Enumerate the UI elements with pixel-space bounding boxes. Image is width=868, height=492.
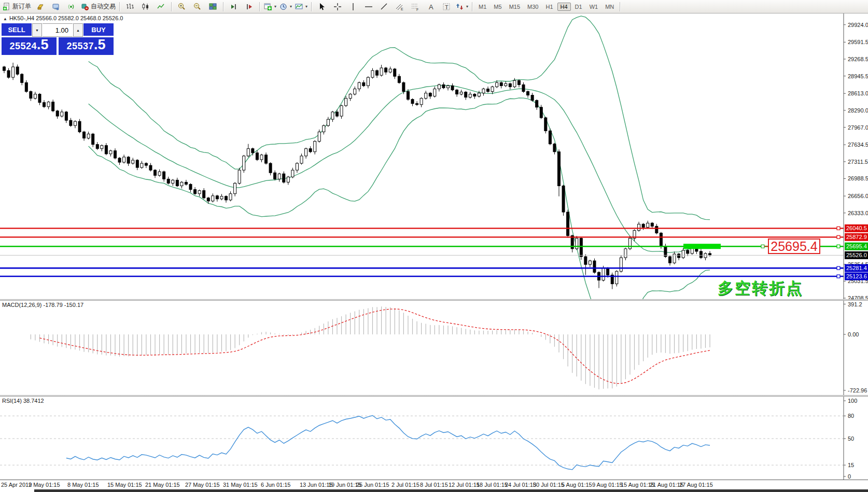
zoom-in-button[interactable] <box>174 1 190 12</box>
price-chart-pane[interactable]: 29924.029591.529268.528945.528613.028290… <box>0 13 868 299</box>
time-axis-label: 21 Aug 01:15 <box>650 482 683 488</box>
svg-text:80: 80 <box>848 413 854 419</box>
fibo-icon: F <box>411 3 419 11</box>
timeframe-button-d1[interactable]: D1 <box>572 3 585 11</box>
templates-button[interactable]: ▾ <box>293 1 309 12</box>
time-axis-label: 18 Jul 01:15 <box>477 482 508 488</box>
chart-header: ▲HK50-,H4 25566.0 25582.0 25468.0 25526.… <box>3 15 123 21</box>
svg-text:-722.96: -722.96 <box>848 387 867 393</box>
macd-label: MACD(12,26,9) -178.79 -150.17 <box>2 302 83 308</box>
svg-text:E: E <box>401 7 403 11</box>
line-chart-button[interactable] <box>153 1 169 12</box>
text-label-button[interactable]: T <box>439 1 454 12</box>
svg-text:15: 15 <box>848 462 854 468</box>
time-axis-label: 2 May 01:15 <box>29 482 60 488</box>
time-axis-label: 15 May 01:15 <box>107 482 142 488</box>
svg-text:0.00: 0.00 <box>848 331 859 338</box>
crosshair-icon <box>333 3 342 11</box>
timeframe-button-w1[interactable]: W1 <box>586 3 601 11</box>
timeframe-button-h4[interactable]: H4 <box>557 3 571 11</box>
time-axis-label: 2 Jul 01:15 <box>391 482 419 488</box>
rsi-gridlines <box>0 416 844 465</box>
rsi-label: RSI(14) 38.7412 <box>2 398 44 404</box>
svg-text:25872.9: 25872.9 <box>846 234 867 240</box>
new-order-button[interactable]: 新订单 <box>1 1 33 12</box>
cursor-icon <box>318 3 326 11</box>
horizontal-scrollbar[interactable] <box>34 489 868 492</box>
channel-icon: E <box>396 3 404 11</box>
svg-text:26656.0: 26656.0 <box>848 193 868 199</box>
dropdown-caret-icon[interactable]: ▾ <box>274 4 276 9</box>
macd-histogram <box>31 306 710 389</box>
volume-input[interactable]: 1.00 <box>43 23 73 37</box>
crosshair-button[interactable] <box>330 1 345 12</box>
arrows-button[interactable]: ▾ <box>454 1 470 12</box>
macd-pane[interactable]: 391.20.00-722.96 <box>0 301 868 396</box>
vertical-line-button[interactable] <box>345 1 361 12</box>
bar-chart-button[interactable] <box>122 1 138 12</box>
buy-price-main: 25537 <box>66 41 94 52</box>
svg-text:26040.5: 26040.5 <box>846 225 867 231</box>
time-axis-label: 31 May 01:15 <box>223 482 258 488</box>
buy-button[interactable]: BUY <box>83 23 114 37</box>
candlestick-chart-button[interactable] <box>138 1 153 12</box>
line-handle <box>761 245 764 248</box>
fibonacci-button[interactable]: F <box>408 1 423 12</box>
svg-text:28945.5: 28945.5 <box>848 73 868 79</box>
time-axis-label: 27 May 01:15 <box>185 482 220 488</box>
vline-icon <box>349 3 357 11</box>
turning-point-annotation[interactable]: 多空转折点 <box>718 278 803 299</box>
svg-text:F: F <box>416 8 418 11</box>
horizontal-line-button[interactable] <box>361 1 376 12</box>
volume-decrease-button[interactable]: ▼ <box>32 23 42 37</box>
autotrade-button[interactable]: 自动交易 <box>79 1 117 12</box>
text-button[interactable]: A <box>423 1 439 12</box>
hline-icon <box>365 3 373 11</box>
toolbar-separator <box>259 2 260 11</box>
new-chart-icon <box>264 3 272 11</box>
timeframe-button-m30[interactable]: M30 <box>524 3 541 11</box>
buy-price-box[interactable]: 25537 .5 <box>59 37 114 55</box>
auto-scroll-button[interactable] <box>242 1 257 12</box>
sell-price-box[interactable]: 25524 .5 <box>2 37 57 55</box>
new-chart-button[interactable]: ▾ <box>262 1 278 12</box>
signals-button[interactable] <box>64 1 79 12</box>
volume-increase-button[interactable]: ▲ <box>73 23 83 37</box>
dropdown-caret-icon[interactable]: ▾ <box>290 4 292 9</box>
cursor-button[interactable] <box>314 1 330 12</box>
svg-text:29268.5: 29268.5 <box>848 56 868 62</box>
price-alert-label[interactable]: 25695.4 <box>768 238 820 254</box>
signal-icon <box>67 3 76 11</box>
time-axis: 25 Apr 20192 May 01:158 May 01:1515 May … <box>0 480 868 490</box>
main-toolbar: 新订单自动交易▾▾▾EFAT▾M1M5M15M30H1H4D1W1MN <box>0 0 868 13</box>
dropdown-caret-icon[interactable]: ▾ <box>305 4 307 9</box>
tile-windows-button[interactable] <box>205 1 221 12</box>
bars-icon <box>126 3 134 11</box>
time-axis-label: 30 Jul 01:15 <box>533 482 564 488</box>
tiles-icon <box>209 3 217 11</box>
trendline-button[interactable] <box>376 1 392 12</box>
svg-text:27311.5: 27311.5 <box>848 159 868 165</box>
timeframe-button-mn[interactable]: MN <box>602 3 617 11</box>
equidistant-channel-button[interactable]: E <box>392 1 408 12</box>
svg-text:25526.0: 25526.0 <box>846 252 867 258</box>
collapse-panel-icon[interactable]: ▲ <box>3 17 7 21</box>
clock-icon <box>279 3 288 11</box>
dropdown-caret-icon[interactable]: ▾ <box>466 4 468 9</box>
svg-text:28290.0: 28290.0 <box>848 107 868 114</box>
timeframe-button-m5[interactable]: M5 <box>491 3 505 11</box>
timeframe-button-m15[interactable]: M15 <box>506 3 523 11</box>
time-axis-label: 27 Aug 01:15 <box>679 482 713 488</box>
chart-profile-button[interactable] <box>33 1 48 12</box>
svg-text:0: 0 <box>848 473 851 480</box>
market-watch-button[interactable] <box>48 1 64 12</box>
timeframe-button-m1[interactable]: M1 <box>475 3 489 11</box>
rsi-pane[interactable]: 1008050150 <box>0 397 868 480</box>
line-icon <box>157 3 165 11</box>
zoom-out-button[interactable] <box>190 1 205 12</box>
shift-chart-end-button[interactable] <box>226 1 242 12</box>
timeframe-button-h1[interactable]: H1 <box>542 3 556 11</box>
periods-button[interactable]: ▾ <box>278 1 293 12</box>
trendline-icon <box>380 3 388 11</box>
sell-button[interactable]: SELL <box>2 23 32 37</box>
